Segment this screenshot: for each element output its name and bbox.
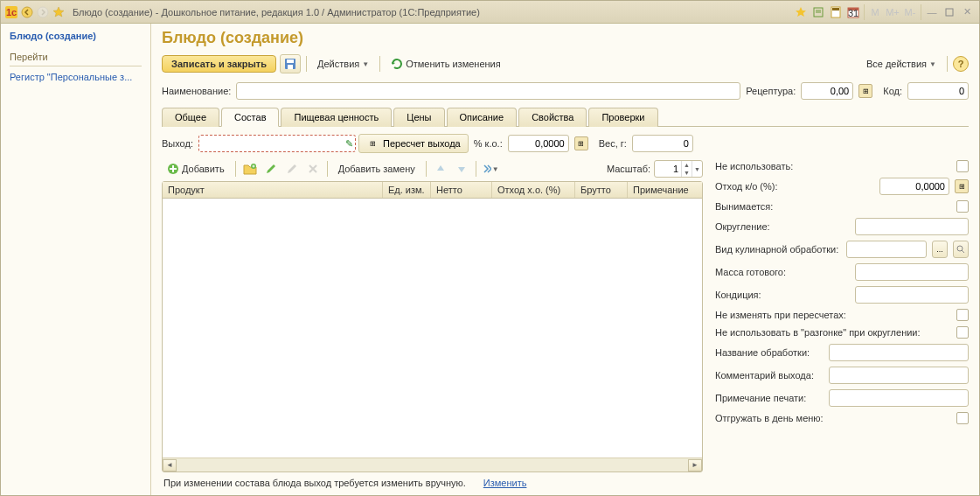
save-button[interactable] — [280, 54, 301, 73]
scale-down-button[interactable]: ▼ — [681, 169, 692, 177]
products-table: Продукт Ед. изм. Нетто Отход х.о. (%) Бр… — [162, 181, 703, 472]
prop-nouse-checkbox[interactable] — [956, 160, 969, 172]
prop-neisprazg-checkbox[interactable] — [956, 326, 969, 339]
prop-okrug-input[interactable] — [855, 218, 969, 235]
calendar-icon[interactable]: 31 — [845, 4, 861, 20]
mem-mminus[interactable]: M- — [902, 4, 918, 20]
mem-mplus[interactable]: M+ — [885, 4, 900, 20]
scale-input[interactable] — [655, 164, 681, 174]
minimize-button[interactable]: — — [924, 4, 940, 20]
tab-description[interactable]: Описание — [447, 108, 518, 127]
main-toolbar: Записать и закрыть Действия▼ Отменить из… — [162, 54, 969, 73]
prop-otkhod-label: Отход к/о (%): — [715, 181, 874, 192]
calc-icon[interactable] — [828, 4, 844, 20]
prop-nouse-label: Не использовать: — [715, 161, 951, 171]
sidebar-link-register[interactable]: Регистр "Персональные з... — [10, 72, 142, 82]
move-up-button[interactable] — [432, 160, 449, 178]
output-label: Выход: — [162, 138, 193, 149]
sidebar-title[interactable]: Блюдо (создание) — [10, 31, 142, 41]
fav-star-icon[interactable] — [793, 4, 809, 20]
prop-kommvyh-input[interactable] — [829, 367, 969, 384]
prop-massa-input[interactable] — [855, 263, 969, 281]
prop-primpech-label: Примечание печати: — [715, 393, 824, 403]
weight-input[interactable] — [632, 135, 693, 152]
help-button[interactable]: ? — [953, 56, 969, 72]
recipe-input[interactable] — [801, 82, 853, 100]
prop-otkhod-calc[interactable]: ⊞ — [955, 179, 969, 193]
recipe-calc-button[interactable]: ⊞ — [858, 84, 872, 98]
prop-kond-input[interactable] — [855, 286, 969, 304]
edit-output-icon[interactable]: ✎ — [345, 138, 353, 150]
cancel-changes-button[interactable]: Отменить изменения — [386, 56, 506, 72]
tab-checks[interactable]: Проверки — [588, 108, 657, 127]
col-waste[interactable]: Отход х.о. (%) — [492, 182, 575, 198]
tabs: Общее Состав Пищевая ценность Цены Описа… — [162, 107, 969, 127]
tab-composition[interactable]: Состав — [221, 108, 279, 127]
tab-prices[interactable]: Цены — [393, 108, 444, 127]
app-icon: 1c — [4, 5, 18, 19]
col-netto[interactable]: Нетто — [431, 182, 492, 198]
move-down-button[interactable] — [453, 160, 470, 178]
prop-vynim-checkbox[interactable] — [956, 200, 969, 213]
window-title: Блюдо (создание) - Дошкольное питание, р… — [73, 7, 480, 17]
scale-up-button[interactable]: ▲ — [681, 161, 692, 169]
recalc-output-button[interactable]: ⊞Пересчет выхода — [358, 134, 469, 153]
svg-rect-14 — [287, 59, 294, 63]
prop-otgr-checkbox[interactable] — [956, 412, 969, 424]
prop-vidobr-select[interactable]: ... — [932, 241, 948, 258]
mem-m[interactable]: M — [867, 4, 883, 20]
copy-row-button[interactable] — [283, 160, 301, 178]
actions-dropdown[interactable]: Действия▼ — [312, 57, 374, 71]
all-actions-dropdown[interactable]: Все действия▼ — [861, 57, 942, 71]
add-button[interactable]: Добавить — [162, 161, 230, 177]
star-icon[interactable] — [52, 5, 66, 19]
prop-primpech-input[interactable] — [829, 389, 969, 407]
forward-icon[interactable] — [36, 5, 50, 19]
prop-neizm-checkbox[interactable] — [956, 309, 969, 321]
add-folder-button[interactable] — [241, 160, 259, 178]
scroll-left-button[interactable]: ◄ — [163, 459, 177, 472]
output-input[interactable] — [198, 135, 356, 152]
footer-note-text: При изменении состава блюда выход требуе… — [163, 478, 466, 488]
save-close-button[interactable]: Записать и закрыть — [162, 55, 276, 73]
back-icon[interactable] — [20, 5, 34, 19]
prop-vynim-label: Вынимается: — [715, 201, 951, 212]
ko-input[interactable] — [508, 135, 569, 152]
add-replacement-button[interactable]: Добавить замену — [333, 162, 420, 176]
sidebar: Блюдо (создание) Перейти Регистр "Персон… — [1, 24, 151, 495]
tab-nutrition[interactable]: Пищевая ценность — [281, 108, 392, 127]
scroll-right-button[interactable]: ► — [688, 459, 702, 472]
delete-row-button[interactable] — [304, 160, 322, 178]
ko-calc-button[interactable]: ⊞ — [574, 136, 588, 150]
close-button[interactable]: ✕ — [959, 4, 975, 20]
sidebar-section: Перейти — [10, 52, 142, 66]
svg-text:31: 31 — [848, 8, 858, 18]
tab-properties[interactable]: Свойства — [518, 108, 587, 127]
col-note[interactable]: Примечание — [628, 182, 702, 198]
name-input[interactable] — [236, 82, 740, 100]
history-icon[interactable] — [810, 4, 826, 20]
list-toolbar: Добавить Добавить замену ▼ — [162, 160, 703, 178]
prop-vidobr-input[interactable] — [846, 241, 927, 258]
maximize-button[interactable] — [942, 4, 957, 20]
code-input[interactable] — [907, 82, 969, 100]
prop-neizm-label: Не изменять при пересчетах: — [715, 310, 951, 320]
prop-nazvobr-input[interactable] — [829, 344, 969, 361]
svg-text:1c: 1c — [6, 7, 17, 17]
col-unit[interactable]: Ед. изм. — [383, 182, 431, 198]
prop-otkhod-input[interactable] — [879, 178, 949, 195]
scale-spinner[interactable]: ▲ ▼ ▼ — [654, 160, 703, 178]
col-product[interactable]: Продукт — [163, 182, 383, 198]
scale-dropdown-button[interactable]: ▼ — [692, 161, 702, 177]
col-brutto[interactable]: Брутто — [575, 182, 628, 198]
edit-row-button[interactable] — [262, 160, 280, 178]
prop-okrug-label: Округление: — [715, 221, 850, 232]
tab-general[interactable]: Общее — [162, 108, 219, 127]
table-body[interactable] — [163, 199, 702, 458]
expand-button[interactable]: ▼ — [482, 160, 499, 178]
scale-label: Масштаб: — [607, 164, 650, 174]
horizontal-scrollbar[interactable]: ◄ ► — [163, 458, 702, 472]
prop-neisprazg-label: Не использовать в "разгонке" при округле… — [715, 327, 951, 338]
prop-vidobr-search[interactable] — [953, 241, 969, 258]
footer-edit-link[interactable]: Изменить — [483, 478, 527, 488]
